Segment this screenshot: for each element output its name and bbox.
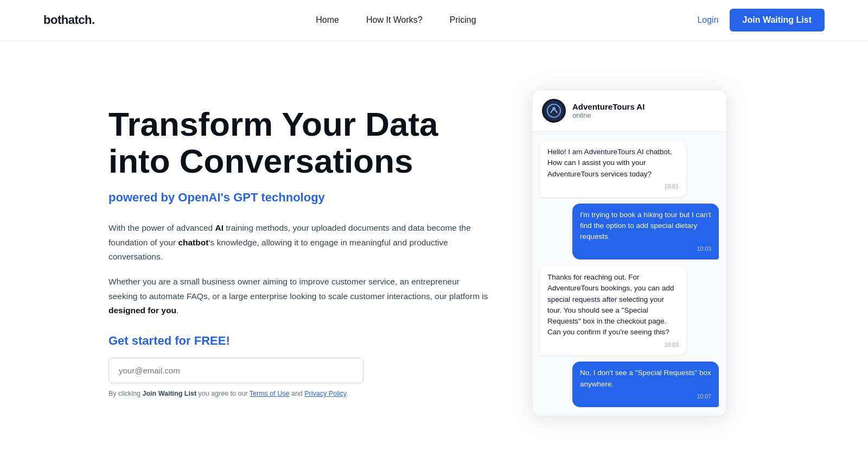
chat-widget: AdventureTours AI online Hello! I am Adv… bbox=[532, 90, 727, 416]
chat-bot-name: AdventureTours AI bbox=[572, 102, 644, 111]
chat-avatar bbox=[542, 99, 566, 123]
message-row-3: Thanks for reaching out. For AdventureTo… bbox=[540, 266, 719, 355]
nav-home[interactable]: Home bbox=[316, 15, 339, 24]
message-text-4: No, I don't see a "Special Requests" box… bbox=[580, 369, 711, 388]
logo: bothatch. bbox=[43, 13, 95, 27]
navbar: bothatch. Home How It Works? Pricing Log… bbox=[0, 0, 868, 41]
message-bubble-1: Hello! I am AdventureTours AI chatbot. H… bbox=[540, 141, 686, 197]
nav-actions: Login Join Waiting List bbox=[697, 9, 825, 31]
email-input[interactable] bbox=[108, 358, 363, 383]
nav-pricing[interactable]: Pricing bbox=[450, 15, 476, 24]
nav-how-it-works[interactable]: How It Works? bbox=[366, 15, 423, 24]
message-bubble-4: No, I don't see a "Special Requests" box… bbox=[572, 362, 719, 407]
message-bubble-2: I'm trying to book a hiking tour but I c… bbox=[572, 204, 719, 260]
disclaimer-bold: Join Waiting List bbox=[143, 390, 197, 397]
message-text-1: Hello! I am AdventureTours AI chatbot. H… bbox=[547, 148, 672, 178]
message-time-1: 10:01 bbox=[547, 182, 679, 191]
terms-link[interactable]: Terms of Use bbox=[250, 390, 290, 397]
hero-disclaimer: By clicking Join Waiting List you agree … bbox=[108, 390, 488, 397]
message-text-2: I'm trying to book a hiking tour but I c… bbox=[580, 211, 711, 241]
chat-header-info: AdventureTours AI online bbox=[572, 102, 644, 119]
chat-header: AdventureTours AI online bbox=[532, 90, 726, 132]
chat-status: online bbox=[572, 111, 644, 119]
message-time-2: 10:03 bbox=[580, 245, 711, 254]
message-text-3: Thanks for reaching out. For AdventureTo… bbox=[547, 273, 674, 336]
hero-section: Transform Your Data into Conversations p… bbox=[0, 41, 868, 453]
message-time-4: 10:07 bbox=[580, 392, 711, 401]
hero-free-text: FREE! bbox=[194, 334, 230, 347]
message-row-1: Hello! I am AdventureTours AI chatbot. H… bbox=[540, 141, 719, 197]
hero-left: Transform Your Data into Conversations p… bbox=[108, 84, 488, 397]
message-row-2: I'm trying to book a hiking tour but I c… bbox=[540, 204, 719, 260]
privacy-link[interactable]: Privacy Policy bbox=[304, 390, 346, 397]
message-time-3: 10:03 bbox=[547, 341, 679, 350]
hero-desc-1: With the power of advanced AI training m… bbox=[108, 221, 488, 264]
hero-cta-label: Get started for FREE! bbox=[108, 334, 488, 348]
chat-messages: Hello! I am AdventureTours AI chatbot. H… bbox=[532, 132, 726, 416]
message-bubble-3: Thanks for reaching out. For AdventureTo… bbox=[540, 266, 686, 355]
message-row-4: No, I don't see a "Special Requests" box… bbox=[540, 362, 719, 407]
hero-subtitle: powered by OpenAI's GPT technology bbox=[108, 191, 488, 205]
hero-right: AdventureTours AI online Hello! I am Adv… bbox=[532, 84, 738, 416]
svg-point-2 bbox=[552, 107, 556, 110]
hero-title: Transform Your Data into Conversations bbox=[108, 106, 488, 180]
login-button[interactable]: Login bbox=[697, 15, 718, 25]
nav-links: Home How It Works? Pricing bbox=[316, 15, 476, 25]
hero-desc-2: Whether you are a small business owner a… bbox=[108, 275, 488, 318]
join-waiting-list-button[interactable]: Join Waiting List bbox=[730, 9, 825, 31]
